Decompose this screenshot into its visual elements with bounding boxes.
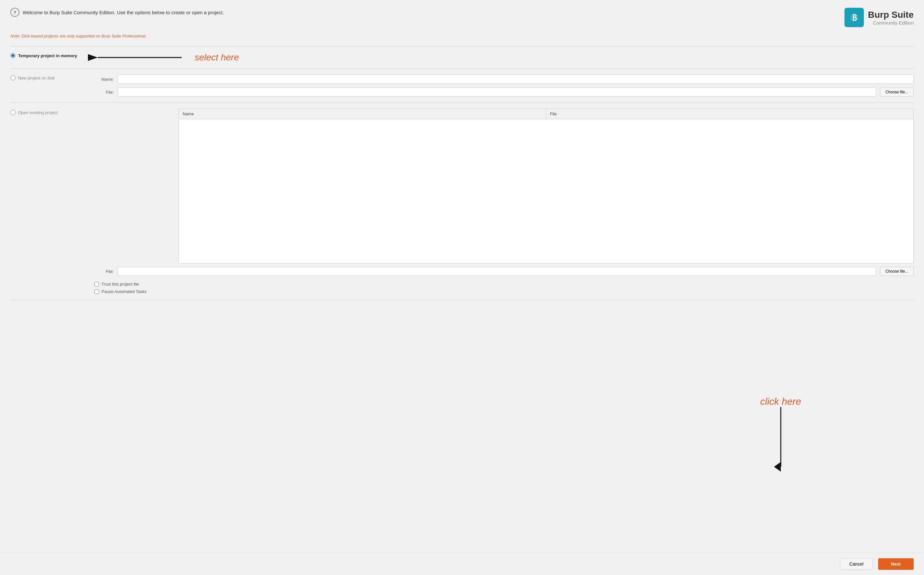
open-existing-row: Open existing project Name File File: (10, 108, 914, 294)
open-existing-radio[interactable] (10, 110, 16, 115)
logo-text: Burp Suite Community Edition (868, 10, 914, 25)
open-file-input[interactable] (118, 267, 876, 276)
name-field-row: Name: (94, 75, 914, 84)
file-input[interactable] (118, 87, 876, 97)
trust-label: Trust this project file (102, 282, 139, 286)
open-existing-label-text: Open existing project (18, 110, 57, 115)
welcome-text: Welcome to Burp Suite Community Edition.… (22, 10, 224, 15)
pause-checkbox-row: Pause Automated Tasks (94, 289, 914, 294)
projects-table[interactable]: Name File (178, 108, 914, 264)
logo-burp-suite: Burp Suite (868, 10, 914, 20)
name-label: Name: (94, 77, 114, 82)
table-header: Name File (179, 109, 913, 119)
temp-project-label-text: Temporary project in memory (18, 53, 77, 58)
note-text: Note: Disk-based projects are only suppo… (10, 33, 914, 38)
arrow-svg (94, 52, 185, 62)
footer: Cancel Next (0, 553, 924, 575)
open-file-label: File: (94, 269, 114, 274)
file-label: File: (94, 90, 114, 95)
header-left: ? Welcome to Burp Suite Community Editio… (10, 8, 224, 17)
temp-project-section: Temporary project in memory select here (10, 46, 914, 68)
new-project-fields: Name: File: Choose file... (94, 75, 914, 97)
open-existing-section: Open existing project Name File File: (10, 102, 914, 300)
cancel-button[interactable]: Cancel (840, 558, 873, 570)
open-existing-file-row: File: Choose file... (94, 264, 914, 279)
next-button[interactable]: Next (878, 558, 914, 570)
logo-area: Burp Suite Community Edition (844, 8, 914, 27)
content-area: Note: Disk-based projects are only suppo… (0, 27, 924, 553)
table-col-file-header: File (546, 109, 913, 119)
new-project-radio[interactable] (10, 75, 16, 81)
checkboxes-area: Trust this project file Pause Automated … (94, 279, 914, 294)
header: ? Welcome to Burp Suite Community Editio… (0, 0, 924, 27)
file-field-row: File: Choose file... (94, 87, 914, 97)
new-project-section: New project on disk Name: File: Choose f… (10, 68, 914, 102)
new-project-row: New project on disk Name: File: Choose f… (10, 75, 914, 97)
help-icon[interactable]: ? (10, 8, 19, 17)
temp-project-radio[interactable] (10, 53, 16, 58)
table-col-name-header: Name (179, 109, 546, 119)
temp-project-label[interactable]: Temporary project in memory (10, 52, 94, 58)
open-existing-label[interactable]: Open existing project (10, 108, 94, 115)
choose-file-button[interactable]: Choose file... (880, 87, 914, 97)
burpsuite-logo-icon (844, 8, 864, 27)
temp-project-row: Temporary project in memory select here (10, 52, 914, 63)
table-body (179, 119, 913, 248)
pause-label: Pause Automated Tasks (102, 289, 147, 294)
trust-checkbox[interactable] (94, 282, 99, 286)
select-here-annotation: select here (94, 52, 239, 63)
pause-checkbox[interactable] (94, 289, 99, 294)
open-choose-file-button[interactable]: Choose file... (880, 267, 914, 276)
logo-edition: Community Edition (873, 20, 914, 25)
new-project-label[interactable]: New project on disk (10, 75, 94, 81)
select-here-text: select here (194, 52, 239, 63)
new-project-label-text: New project on disk (18, 76, 55, 81)
trust-checkbox-row: Trust this project file (94, 282, 914, 286)
name-input[interactable] (118, 75, 914, 84)
